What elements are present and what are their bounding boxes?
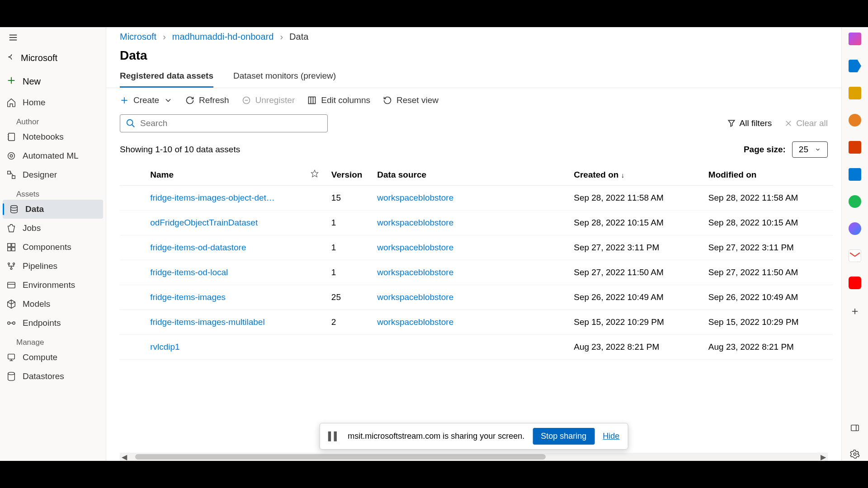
row-version	[327, 335, 373, 360]
scroll-left-icon[interactable]: ◀	[120, 453, 129, 461]
sidebar-item-components[interactable]: Components	[0, 238, 106, 257]
table-wrap[interactable]: Name Version Data source Created on ↓ Mo…	[106, 164, 841, 453]
sidebar-item-label: Notebooks	[23, 132, 64, 142]
edit-columns-button[interactable]: Edit columns	[307, 95, 370, 105]
hide-button[interactable]: Hide	[603, 432, 619, 441]
row-datasource[interactable]: workspaceblobstore	[373, 260, 569, 285]
col-created[interactable]: Created on ↓	[569, 164, 704, 186]
row-datasource[interactable]: workspaceblobstore	[373, 186, 569, 211]
briefcase-icon[interactable]	[849, 87, 861, 99]
table-row[interactable]: fridge-items-images-multilabel2workspace…	[120, 310, 833, 335]
hamburger-button[interactable]	[0, 27, 106, 48]
messenger-icon[interactable]	[849, 222, 861, 235]
row-datasource[interactable]: workspaceblobstore	[373, 211, 569, 235]
row-name[interactable]: fridge-items-od-local	[146, 260, 306, 285]
row-name[interactable]: fridge-items-images-multilabel	[146, 310, 306, 335]
sidebar-item-designer[interactable]: Designer	[0, 165, 106, 184]
row-datasource[interactable]: workspaceblobstore	[373, 285, 569, 310]
table-row[interactable]: rvlcdip1Aug 23, 2022 8:21 PMAug 23, 2022…	[120, 335, 833, 360]
tab-registered[interactable]: Registered data assets	[120, 67, 213, 88]
breadcrumb-workspace[interactable]: madhumaddi-hd-onboard	[172, 32, 274, 42]
sidebar-item-environments[interactable]: Environments	[0, 276, 106, 295]
star-icon	[311, 169, 319, 178]
sidebar-item-data[interactable]: Data	[3, 200, 103, 219]
row-name[interactable]: fridge-items-od-datastore	[146, 235, 306, 260]
sidebar-item-label: Pipelines	[23, 261, 57, 271]
table-row[interactable]: odFridgeObjectTrainDataset1workspaceblob…	[120, 211, 833, 235]
row-datasource[interactable]	[373, 335, 569, 360]
svg-point-10	[10, 155, 13, 157]
sidebar-item-label: Jobs	[23, 223, 41, 233]
outlook-icon[interactable]	[849, 168, 861, 181]
breadcrumb-root[interactable]: Microsoft	[120, 32, 156, 42]
people-icon[interactable]	[849, 114, 861, 127]
row-name[interactable]: fridge-items-images	[146, 285, 306, 310]
breadcrumb-current: Data	[289, 32, 308, 42]
row-datasource[interactable]: workspaceblobstore	[373, 310, 569, 335]
row-name[interactable]: rvlcdip1	[146, 335, 306, 360]
row-created: Sep 15, 2022 10:29 PM	[569, 310, 704, 335]
sidebar-item-label: Environments	[23, 280, 75, 290]
col-favorite[interactable]	[306, 164, 327, 186]
horizontal-scrollbar[interactable]: ◀ ▶	[120, 453, 828, 461]
sidebar-item-label: Endpoints	[23, 318, 61, 328]
new-button[interactable]: New	[0, 70, 106, 93]
chevron-right-icon: ›	[163, 32, 166, 42]
toast-text: msit.microsoftstream.com is sharing your…	[348, 432, 524, 441]
row-datasource[interactable]: workspaceblobstore	[373, 235, 569, 260]
office-icon[interactable]	[849, 141, 861, 154]
tag-icon[interactable]	[849, 60, 861, 72]
sidebar-item-datastores[interactable]: Datastores	[0, 367, 106, 386]
sidebar-item-models[interactable]: Models	[0, 295, 106, 314]
page-size-select[interactable]: 25	[792, 141, 828, 158]
svg-line-39	[132, 125, 135, 127]
sidebar-item-home[interactable]: Home	[0, 93, 106, 112]
youtube-icon[interactable]	[849, 277, 861, 289]
row-name[interactable]: fridge-items-images-object-det…	[146, 186, 306, 211]
table-row[interactable]: fridge-items-od-local1workspaceblobstore…	[120, 260, 833, 285]
row-modified: Sep 28, 2022 10:15 AM	[704, 211, 833, 235]
sidebar-item-label: Home	[23, 98, 46, 108]
sidebar-item-pipelines[interactable]: Pipelines	[0, 257, 106, 276]
copilot-icon[interactable]	[849, 33, 861, 45]
row-modified: Sep 27, 2022 11:50 AM	[704, 260, 833, 285]
search-input[interactable]	[140, 118, 322, 128]
table-row[interactable]: fridge-items-images25workspaceblobstoreS…	[120, 285, 833, 310]
svg-point-25	[13, 322, 15, 324]
gmail-icon[interactable]	[849, 249, 861, 262]
stop-sharing-button[interactable]: Stop sharing	[533, 428, 594, 445]
back-link[interactable]: Microsoft	[0, 48, 106, 70]
scroll-thumb[interactable]	[135, 454, 546, 460]
col-datasource[interactable]: Data source	[373, 164, 569, 186]
reset-view-button[interactable]: Reset view	[383, 95, 439, 105]
table-row[interactable]: fridge-items-images-object-det…15workspa…	[120, 186, 833, 211]
sidebar-item-compute[interactable]: Compute	[0, 348, 106, 367]
sidebar-item-label: Designer	[23, 170, 57, 180]
sidebar-item-automl[interactable]: Automated ML	[0, 146, 106, 165]
sidebar-item-endpoints[interactable]: Endpoints	[0, 314, 106, 333]
sidebar-item-jobs[interactable]: Jobs	[0, 219, 106, 238]
add-app-button[interactable]: ＋	[849, 304, 860, 318]
sidebar-item-notebooks[interactable]: Notebooks	[0, 127, 106, 146]
all-filters-button[interactable]: All filters	[727, 118, 772, 128]
scroll-right-icon[interactable]: ▶	[819, 453, 828, 461]
col-name[interactable]: Name	[146, 164, 306, 186]
col-version[interactable]: Version	[327, 164, 373, 186]
settings-icon[interactable]	[850, 449, 860, 461]
create-button[interactable]: Create	[120, 95, 173, 105]
components-icon	[6, 242, 16, 252]
refresh-button[interactable]: Refresh	[185, 95, 229, 105]
search-box[interactable]	[120, 114, 328, 132]
panel-icon[interactable]	[850, 423, 860, 435]
clear-all-label: Clear all	[796, 118, 828, 128]
col-modified[interactable]: Modified on	[704, 164, 833, 186]
filter-icon	[727, 119, 736, 128]
svg-rect-5	[9, 133, 15, 141]
designer-icon	[6, 170, 16, 180]
unregister-label: Unregister	[255, 95, 295, 105]
tab-monitors[interactable]: Dataset monitors (preview)	[233, 67, 336, 88]
row-modified: Aug 23, 2022 8:21 PM	[704, 335, 833, 360]
spotify-icon[interactable]	[849, 195, 861, 208]
row-name[interactable]: odFridgeObjectTrainDataset	[146, 211, 306, 235]
table-row[interactable]: fridge-items-od-datastore1workspaceblobs…	[120, 235, 833, 260]
